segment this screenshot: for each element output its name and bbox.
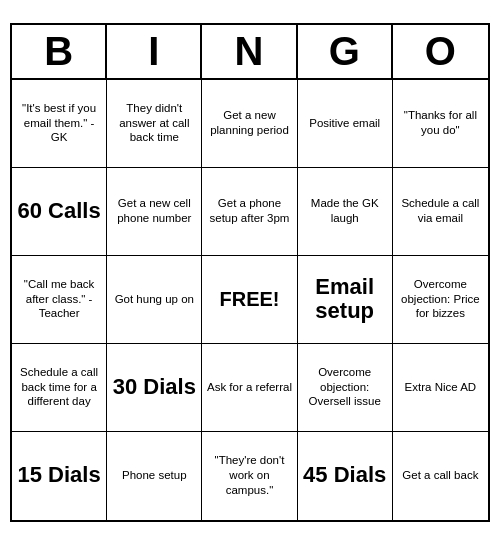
bingo-cell: Phone setup: [107, 432, 202, 520]
header-letter: G: [298, 25, 393, 78]
bingo-cell: "It's best if you email them." - GK: [12, 80, 107, 168]
bingo-cell: Got hung up on: [107, 256, 202, 344]
bingo-cell: Schedule a call back time for a differen…: [12, 344, 107, 432]
bingo-cell: Overcome objection: Price for bizzes: [393, 256, 488, 344]
bingo-cell: Email setup: [298, 256, 393, 344]
bingo-cell: 30 Dials: [107, 344, 202, 432]
bingo-cell: Made the GK laugh: [298, 168, 393, 256]
header-letter: O: [393, 25, 488, 78]
bingo-cell: 15 Dials: [12, 432, 107, 520]
bingo-grid: "It's best if you email them." - GKThey …: [12, 80, 488, 520]
bingo-cell: Get a new planning period: [202, 80, 297, 168]
bingo-cell: They didn't answer at call back time: [107, 80, 202, 168]
header-letter: N: [202, 25, 297, 78]
bingo-cell: FREE!: [202, 256, 297, 344]
bingo-cell: Get a new cell phone number: [107, 168, 202, 256]
bingo-cell: "They're don't work on campus.": [202, 432, 297, 520]
bingo-cell: "Call me back after class." - Teacher: [12, 256, 107, 344]
bingo-cell: Overcome objection: Oversell issue: [298, 344, 393, 432]
bingo-header: BINGO: [12, 25, 488, 80]
bingo-cell: Schedule a call via email: [393, 168, 488, 256]
bingo-cell: Get a call back: [393, 432, 488, 520]
header-letter: I: [107, 25, 202, 78]
header-letter: B: [12, 25, 107, 78]
bingo-cell: Ask for a referral: [202, 344, 297, 432]
bingo-cell: 60 Calls: [12, 168, 107, 256]
bingo-cell: 45 Dials: [298, 432, 393, 520]
bingo-card: BINGO "It's best if you email them." - G…: [10, 23, 490, 522]
bingo-cell: Positive email: [298, 80, 393, 168]
bingo-cell: Extra Nice AD: [393, 344, 488, 432]
bingo-cell: Get a phone setup after 3pm: [202, 168, 297, 256]
bingo-cell: "Thanks for all you do": [393, 80, 488, 168]
